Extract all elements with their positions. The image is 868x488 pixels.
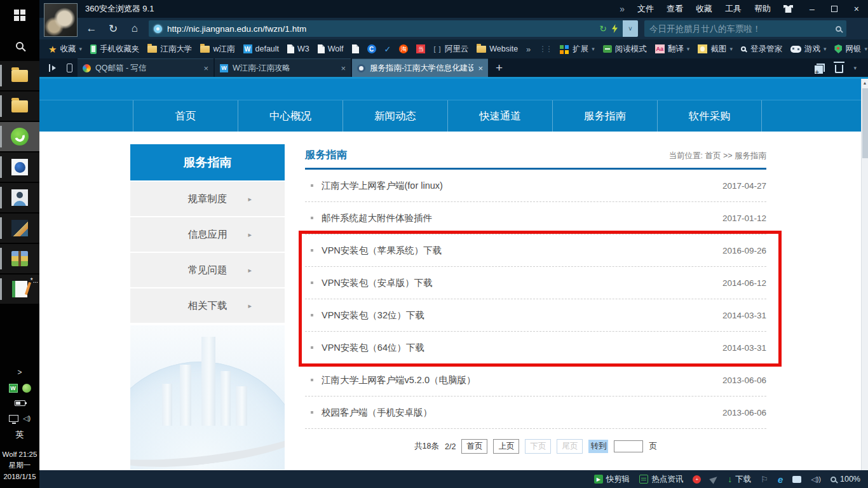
reload-button[interactable]: ↻: [105, 22, 121, 36]
tool-button-3[interactable]: 截图▾: [698, 44, 733, 55]
bookmark-item-10[interactable]: 当: [416, 44, 425, 53]
tab-sidebar-toggle[interactable]: [44, 58, 61, 77]
article-row-3[interactable]: VPN安装包（安卓版）下载2014-06-12: [305, 267, 766, 299]
trash-icon[interactable]: [835, 65, 843, 73]
security-status-icon[interactable]: +: [693, 475, 701, 484]
first-page-button[interactable]: 首页: [461, 439, 487, 454]
new-tab-button[interactable]: +: [496, 61, 503, 75]
ie-mode-icon[interactable]: e: [778, 474, 783, 485]
taskbar-app-contact[interactable]: [0, 183, 39, 212]
prev-page-button[interactable]: 上页: [493, 439, 519, 454]
taskbar-app-360-browser[interactable]: [0, 122, 39, 151]
taskbar-app-blue[interactable]: [0, 152, 39, 182]
site-nav-item-3[interactable]: 快速通道: [447, 100, 552, 132]
menu-overflow-chevron[interactable]: »: [620, 4, 625, 14]
menu-item-2[interactable]: 收藏: [696, 3, 712, 15]
taskbar-app-photos[interactable]: [0, 214, 39, 243]
language-indicator[interactable]: 英: [16, 429, 24, 443]
rocket-boost-icon[interactable]: [709, 474, 719, 484]
tray-w-icon[interactable]: W: [9, 384, 18, 393]
hot-news-button[interactable]: 热点资讯: [639, 474, 683, 485]
article-row-2[interactable]: VPN安装包（苹果系统）下载2016-09-26: [305, 234, 766, 267]
tool-button-4[interactable]: 登录管家: [741, 44, 782, 55]
theme-skin-icon[interactable]: [783, 5, 793, 13]
minimize-button[interactable]: –: [810, 4, 815, 14]
site-nav-item-5[interactable]: 软件采购: [657, 100, 762, 132]
site-nav-item-4[interactable]: 服务指南: [552, 100, 657, 132]
tab-close-icon[interactable]: ×: [203, 64, 208, 73]
taskbar-clock[interactable]: Wolf 21:25 星期一 2018/1/15: [3, 449, 37, 483]
tab-close-icon[interactable]: ×: [341, 64, 346, 73]
sidebar-item-2[interactable]: 常见问题: [130, 253, 285, 287]
article-row-1[interactable]: 邮件系统超大附件体验插件2017-01-12: [305, 202, 766, 234]
bookmark-item-7[interactable]: C: [367, 44, 376, 53]
home-button[interactable]: ⌂: [127, 22, 142, 35]
download-button[interactable]: ↓下载: [728, 474, 751, 485]
article-row-4[interactable]: VPN安装包（32位）下载2014-03-31: [305, 299, 766, 332]
menu-item-1[interactable]: 查看: [667, 3, 683, 15]
tool-button-0[interactable]: 扩展▾: [560, 44, 595, 55]
bookmark-item-11[interactable]: [ ]阿里云: [433, 44, 468, 55]
taskbar-app-notepad[interactable]: *...: [0, 274, 39, 304]
zoom-control[interactable]: 100%: [831, 475, 860, 484]
address-dropdown-button[interactable]: ˅: [623, 20, 638, 37]
bookmark-item-1[interactable]: 江南大学: [147, 44, 192, 55]
bookmarks-overflow-chevron[interactable]: »: [526, 44, 531, 54]
menu-item-4[interactable]: 帮助: [754, 3, 771, 15]
site-nav-item-1[interactable]: 中心概况: [238, 100, 342, 132]
mute-page-icon[interactable]: ◁)): [811, 475, 821, 484]
restore-closed-tabs-icon[interactable]: [817, 64, 825, 72]
bookmark-item-3[interactable]: Wdefault: [243, 44, 280, 53]
favorites-button[interactable]: ★ 收藏 ▾: [48, 44, 82, 55]
bookmark-item-9[interactable]: 淘: [399, 44, 408, 53]
chevron-down-icon[interactable]: ▾: [853, 65, 857, 71]
sidebar-item-3[interactable]: 相关下载: [130, 288, 285, 323]
tool-button-5[interactable]: 游戏▾: [790, 44, 827, 55]
sidebar-item-1[interactable]: 信息应用: [130, 217, 285, 252]
restore-button[interactable]: [831, 6, 837, 12]
taskbar-app-folder-2[interactable]: [0, 92, 39, 121]
search-box[interactable]: [644, 20, 846, 37]
window-mode-icon[interactable]: [792, 476, 801, 483]
article-row-0[interactable]: 江南大学上网客户端(for linux)2017-04-27: [305, 170, 766, 202]
bookmark-item-0[interactable]: 手机收藏夹: [90, 44, 140, 55]
goto-page-input[interactable]: [614, 440, 643, 452]
tool-button-2[interactable]: Aa翻译▾: [655, 44, 690, 55]
last-page-button[interactable]: 尾页: [557, 439, 583, 454]
battery-icon[interactable]: [15, 400, 25, 406]
network-icon[interactable]: [9, 415, 18, 422]
tab-2[interactable]: 服务指南-江南大学信息化建设×: [352, 58, 488, 77]
bookmark-item-8[interactable]: ✓: [384, 44, 391, 54]
article-row-6[interactable]: 江南大学上网客户端v5.2.0（电脑版）2013-06-06: [305, 364, 766, 396]
flag-icon[interactable]: ⚐: [761, 475, 768, 484]
sidebar-item-0[interactable]: 规章制度: [130, 182, 285, 216]
tray-q-icon[interactable]: [22, 384, 31, 393]
bookmark-item-5[interactable]: Wolf: [318, 44, 344, 53]
tool-button-6[interactable]: 网银▾: [834, 44, 867, 55]
taskbar-app-folder-1[interactable]: [0, 61, 39, 90]
page-scrollbar[interactable]: ▲: [861, 79, 868, 470]
search-input[interactable]: [649, 24, 836, 34]
tool-button-1[interactable]: 阅读模式: [603, 44, 647, 55]
address-bar[interactable]: http://nic.jiangnan.edu.cn/fwzn/1.htm ↻ …: [149, 20, 638, 37]
tab-close-icon[interactable]: ×: [478, 64, 483, 73]
bookmark-item-6[interactable]: [352, 44, 359, 53]
scrollbar-thumb[interactable]: [862, 88, 868, 158]
taskbar-search-button[interactable]: [0, 30, 39, 61]
scroll-up-arrow[interactable]: ▲: [862, 79, 868, 85]
bookmark-item-4[interactable]: W3: [287, 44, 309, 53]
article-row-5[interactable]: VPN安装包（64位）下载2014-03-31: [305, 332, 766, 364]
bookmark-item-2[interactable]: w江南: [200, 44, 234, 55]
next-page-button[interactable]: 下页: [525, 439, 551, 454]
site-nav-item-0[interactable]: 首页: [133, 100, 238, 132]
start-button[interactable]: [0, 0, 39, 30]
tray-overflow-chevron[interactable]: >: [17, 368, 22, 381]
search-icon[interactable]: [836, 26, 841, 32]
quick-edit-button[interactable]: ▶快剪辑: [594, 474, 630, 485]
article-row-7[interactable]: 校园客户端（手机安卓版）2013-06-06: [305, 396, 766, 429]
tab-1[interactable]: WW江南-江南攻略×: [215, 58, 351, 77]
volume-icon[interactable]: ◁): [23, 414, 31, 423]
tab-0[interactable]: QQ邮箱 - 写信×: [78, 58, 214, 77]
back-button[interactable]: ←: [84, 22, 99, 35]
speed-boost-icon[interactable]: [612, 24, 618, 33]
